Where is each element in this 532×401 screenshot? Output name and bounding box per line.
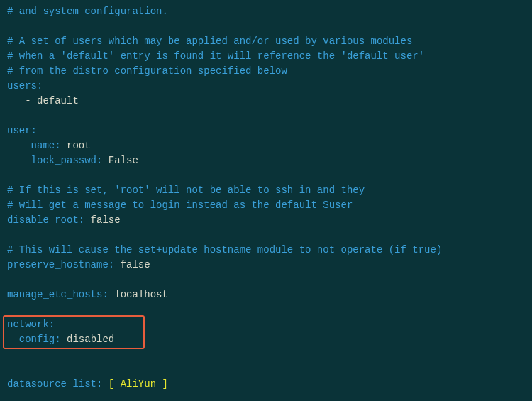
terminal-config-view: # and system configuration. # A set of u… (7, 4, 525, 401)
config-line (7, 392, 525, 401)
config-line: # A set of users which may be applied an… (7, 34, 525, 49)
config-line: # and system configuration. (7, 4, 525, 19)
config-line (7, 347, 525, 362)
config-line: config: disabled (7, 332, 525, 347)
config-line: preserve_hostname: false (7, 258, 525, 273)
config-line: name: root (7, 138, 525, 153)
config-line (7, 19, 525, 34)
config-line (7, 302, 525, 317)
config-line (7, 362, 525, 377)
config-line: manage_etc_hosts: localhost (7, 287, 525, 302)
config-line (7, 228, 525, 243)
config-line (7, 168, 525, 183)
config-line: user: (7, 123, 525, 138)
config-line (7, 273, 525, 287)
config-line: - default (7, 94, 525, 109)
config-line: # will get a message to login instead as… (7, 198, 525, 213)
config-line: # If this is set, 'root' will not be abl… (7, 183, 525, 198)
config-line: datasource_list: [ AliYun ] (7, 377, 525, 392)
config-line: # from the distro configuration specifie… (7, 64, 525, 79)
config-line: disable_root: false (7, 213, 525, 228)
config-line: users: (7, 79, 525, 94)
config-line: network: (7, 317, 525, 332)
config-line: lock_passwd: False (7, 153, 525, 168)
config-line: # This will cause the set+update hostnam… (7, 243, 525, 258)
config-line (7, 109, 525, 123)
config-line: # when a 'default' entry is found it wil… (7, 49, 525, 64)
